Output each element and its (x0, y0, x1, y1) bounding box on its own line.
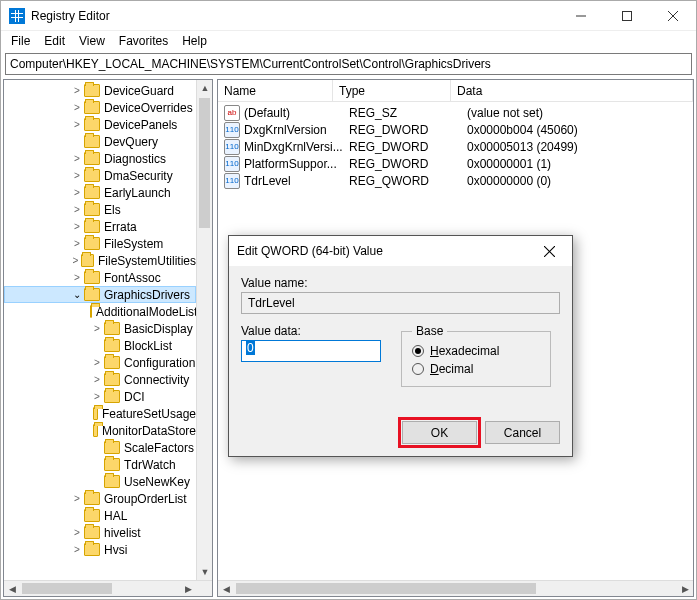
chevron-icon[interactable]: > (70, 238, 84, 249)
chevron-icon[interactable]: > (70, 493, 84, 504)
chevron-icon[interactable]: > (70, 102, 84, 113)
tree-item-label: EarlyLaunch (104, 186, 171, 200)
chevron-icon[interactable]: > (70, 170, 84, 181)
tree-item[interactable]: >FileSystemUtilities (4, 252, 196, 269)
value-data-input[interactable]: 0 (241, 340, 381, 362)
folder-icon (84, 186, 100, 199)
scroll-left-icon[interactable]: ◀ (4, 581, 20, 597)
tree-item-label: FontAssoc (104, 271, 161, 285)
maximize-button[interactable] (604, 1, 650, 31)
tree-item[interactable]: >Els (4, 201, 196, 218)
ok-button[interactable]: OK (402, 421, 477, 444)
chevron-icon[interactable]: ⌄ (70, 289, 84, 300)
chevron-icon[interactable]: > (70, 544, 84, 555)
chevron-icon[interactable]: > (70, 272, 84, 283)
cancel-button[interactable]: Cancel (485, 421, 560, 444)
menubar: File Edit View Favorites Help (1, 31, 696, 51)
address-bar[interactable]: Computer\HKEY_LOCAL_MACHINE\SYSTEM\Curre… (5, 53, 692, 75)
list-row[interactable]: 110DxgKrnlVersionREG_DWORD0x0000b004 (45… (218, 121, 693, 138)
tree-item[interactable]: >Configuration (4, 354, 196, 371)
tree-item[interactable]: >Diagnostics (4, 150, 196, 167)
tree-item[interactable]: MonitorDataStore (4, 422, 196, 439)
chevron-icon[interactable]: > (70, 187, 84, 198)
menu-file[interactable]: File (11, 34, 30, 48)
tree-item[interactable]: >DevicePanels (4, 116, 196, 133)
tree-item[interactable]: BlockList (4, 337, 196, 354)
list-row[interactable]: 110PlatformSuppor...REG_DWORD0x00000001 … (218, 155, 693, 172)
tree-item-label: DmaSecurity (104, 169, 173, 183)
tree-item[interactable]: >DeviceGuard (4, 82, 196, 99)
tree-item[interactable]: >FontAssoc (4, 269, 196, 286)
tree-item[interactable]: FeatureSetUsage (4, 405, 196, 422)
chevron-icon[interactable]: > (90, 374, 104, 385)
dialog-title: Edit QWORD (64-bit) Value (237, 244, 534, 258)
tree-item[interactable]: >BasicDisplay (4, 320, 196, 337)
menu-help[interactable]: Help (182, 34, 207, 48)
chevron-icon[interactable]: > (70, 255, 81, 266)
scroll-down-icon[interactable]: ▼ (197, 564, 213, 580)
menu-edit[interactable]: Edit (44, 34, 65, 48)
radio-decimal[interactable]: Decimal (412, 360, 540, 378)
tree-item[interactable]: TdrWatch (4, 456, 196, 473)
list-hscroll-thumb[interactable] (236, 583, 536, 594)
value-name: (Default) (244, 106, 349, 120)
radio-icon (412, 345, 424, 357)
tree-item[interactable]: >EarlyLaunch (4, 184, 196, 201)
tree-item[interactable]: >FileSystem (4, 235, 196, 252)
tree-item[interactable]: DevQuery (4, 133, 196, 150)
minimize-button[interactable] (558, 1, 604, 31)
tree-item[interactable]: >GroupOrderList (4, 490, 196, 507)
scroll-left-icon[interactable]: ◀ (218, 581, 234, 597)
chevron-icon[interactable]: > (70, 204, 84, 215)
tree-item-label: FeatureSetUsage (102, 407, 196, 421)
tree-item[interactable]: HAL (4, 507, 196, 524)
tree-item-label: DCI (124, 390, 145, 404)
list-hscroll[interactable]: ◀ ▶ (218, 580, 693, 596)
tree-item[interactable]: >hivelist (4, 524, 196, 541)
tree-item[interactable]: >DmaSecurity (4, 167, 196, 184)
chevron-icon[interactable]: > (90, 391, 104, 402)
tree-vscroll[interactable]: ▲ ▼ (196, 80, 212, 580)
tree-item[interactable]: UseNewKey (4, 473, 196, 490)
scroll-right-icon[interactable]: ▶ (180, 581, 196, 597)
chevron-icon[interactable]: > (70, 527, 84, 538)
tree-item-label: Configuration (124, 356, 195, 370)
chevron-icon[interactable]: > (70, 85, 84, 96)
dialog-close-button[interactable] (534, 236, 564, 266)
menu-view[interactable]: View (79, 34, 105, 48)
menu-favorites[interactable]: Favorites (119, 34, 168, 48)
folder-icon (84, 271, 100, 284)
tree-item[interactable]: ScaleFactors (4, 439, 196, 456)
close-button[interactable] (650, 1, 696, 31)
tree-item-label: DeviceOverrides (104, 101, 193, 115)
chevron-icon[interactable]: > (70, 119, 84, 130)
list-row[interactable]: 110TdrLevelREG_QWORD0x00000000 (0) (218, 172, 693, 189)
chevron-icon[interactable]: > (70, 221, 84, 232)
scroll-up-icon[interactable]: ▲ (197, 80, 213, 96)
tree-hscroll-thumb[interactable] (22, 583, 112, 594)
chevron-icon[interactable]: > (70, 153, 84, 164)
folder-icon (84, 152, 100, 165)
tree-item[interactable]: >Hvsi (4, 541, 196, 558)
tree-item-label: Diagnostics (104, 152, 166, 166)
list-row[interactable]: 110MinDxgKrnlVersi...REG_DWORD0x00005013… (218, 138, 693, 155)
base-legend: Base (412, 324, 447, 338)
col-header-type[interactable]: Type (333, 80, 451, 101)
tree-item[interactable]: ⌄GraphicsDrivers (4, 286, 196, 303)
tree-item[interactable]: >Connectivity (4, 371, 196, 388)
tree-hscroll[interactable]: ◀ ▶ (4, 580, 212, 596)
tree-item[interactable]: >DeviceOverrides (4, 99, 196, 116)
tree-item-label: DevicePanels (104, 118, 177, 132)
col-header-data[interactable]: Data (451, 80, 693, 101)
chevron-icon[interactable]: > (90, 323, 104, 334)
tree-item[interactable]: AdditionalModeLists (4, 303, 196, 320)
tree-item[interactable]: >Errata (4, 218, 196, 235)
list-row[interactable]: ab(Default)REG_SZ(value not set) (218, 104, 693, 121)
radio-hexadecimal[interactable]: Hexadecimal (412, 342, 540, 360)
tree-vscroll-thumb[interactable] (199, 98, 210, 228)
col-header-name[interactable]: Name (218, 80, 333, 101)
scroll-right-icon[interactable]: ▶ (677, 581, 693, 597)
chevron-icon[interactable]: > (90, 357, 104, 368)
folder-icon (84, 169, 100, 182)
tree-item[interactable]: >DCI (4, 388, 196, 405)
